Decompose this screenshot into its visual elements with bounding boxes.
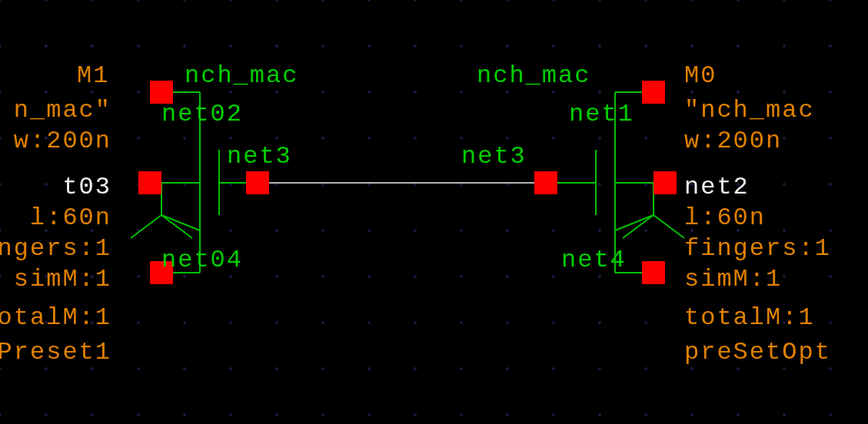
m1-net-source: net04 — [161, 246, 243, 274]
pin-m0-gate[interactable] — [534, 171, 557, 194]
m1-w: w:200n — [0, 127, 111, 155]
svg-line-8 — [161, 215, 200, 230]
grid-dot — [183, 321, 186, 324]
grid-dot — [552, 367, 555, 370]
schematic-canvas[interactable]: // grid rendered post-script below — [0, 0, 868, 424]
grid-dot — [783, 91, 786, 94]
grid-dot — [367, 321, 371, 324]
grid-dot — [829, 229, 832, 232]
grid-dot — [552, 0, 555, 2]
grid-dot — [275, 367, 278, 370]
grid-dot — [321, 275, 324, 278]
grid-dot — [229, 45, 232, 48]
grid-dot — [321, 0, 324, 2]
grid-dot — [91, 91, 94, 94]
grid-dot — [552, 137, 555, 140]
grid-dot — [137, 91, 140, 94]
grid-dot — [737, 0, 740, 2]
grid-dot — [414, 137, 417, 140]
grid-dot — [183, 0, 186, 2]
grid-dot — [321, 321, 324, 324]
grid-dot — [229, 229, 232, 232]
m1-cell: nch_mac — [185, 61, 298, 90]
grid-dot — [460, 0, 463, 2]
grid-dot — [275, 91, 278, 94]
grid-dot — [598, 137, 601, 140]
m0-w: w:200n — [684, 127, 782, 155]
grid-dot — [275, 183, 278, 186]
m0-l: l:60n — [684, 204, 766, 232]
pin-m1-gate[interactable] — [246, 171, 269, 194]
grid-dot — [598, 183, 601, 186]
grid-dot — [367, 229, 371, 232]
grid-dot — [460, 229, 463, 232]
grid-dot — [183, 91, 186, 94]
grid-dot — [552, 413, 555, 416]
grid-dot — [552, 91, 555, 94]
grid-dot — [783, 137, 786, 140]
grid-dot — [321, 91, 324, 94]
grid-dot — [367, 183, 371, 186]
grid-dot — [460, 45, 463, 48]
grid-dot — [829, 91, 832, 94]
grid-dot — [183, 275, 186, 278]
grid-dot — [598, 45, 601, 48]
grid-dot — [598, 275, 601, 278]
m1-model: n_mac" — [0, 96, 111, 124]
grid-dot — [275, 45, 278, 48]
grid-dot — [460, 183, 463, 186]
grid-dot — [690, 367, 693, 370]
grid-dot — [367, 45, 371, 48]
grid-dot — [414, 0, 417, 2]
grid-dot — [829, 321, 832, 324]
grid-dot — [644, 413, 647, 416]
grid-dot — [783, 183, 786, 186]
grid-dot — [506, 413, 509, 416]
m0-net-source: net4 — [561, 246, 627, 274]
grid-dot — [91, 413, 94, 416]
pin-m0-source[interactable] — [642, 261, 665, 284]
grid-dot — [737, 45, 740, 48]
m1-l: l:60n — [0, 204, 111, 232]
m1-fingers: ingers:1 — [0, 234, 111, 263]
grid-dot — [137, 0, 140, 2]
grid-dot — [506, 367, 509, 370]
grid-dot — [229, 183, 232, 186]
grid-dot — [598, 367, 601, 370]
grid-dot — [275, 275, 278, 278]
grid-dot — [506, 45, 509, 48]
grid-dot — [829, 275, 832, 278]
grid-dot — [367, 0, 371, 2]
grid-dot — [644, 0, 647, 2]
pin-m1-body[interactable] — [138, 171, 161, 194]
grid-dot — [137, 137, 140, 140]
grid-dot — [414, 45, 417, 48]
grid-dot — [321, 183, 324, 186]
m0-totalm: totalM:1 — [684, 303, 815, 332]
grid-dot — [275, 229, 278, 232]
pin-m0-drain[interactable] — [642, 81, 665, 104]
grid-dot — [829, 137, 832, 140]
grid-dot — [229, 275, 232, 278]
grid-dot — [414, 275, 417, 278]
grid-dot — [783, 229, 786, 232]
grid-dot — [598, 229, 601, 232]
grid-dot — [414, 321, 417, 324]
grid-dot — [829, 413, 832, 416]
grid-dot — [367, 367, 371, 370]
grid-dot — [598, 91, 601, 94]
m1-simm: simM:1 — [0, 265, 111, 293]
grid-dot — [414, 229, 417, 232]
grid-dot — [644, 45, 647, 48]
grid-dot — [737, 91, 740, 94]
grid-dot — [229, 91, 232, 94]
grid-dot — [321, 413, 324, 416]
grid-dot — [644, 183, 647, 186]
m1-net-drain: net02 — [161, 100, 243, 128]
grid-dot — [737, 367, 740, 370]
grid-dot — [598, 0, 601, 2]
grid-dot — [506, 137, 509, 140]
grid-dot — [690, 0, 693, 2]
pin-m0-body[interactable] — [653, 171, 677, 194]
grid-dot — [506, 0, 509, 2]
